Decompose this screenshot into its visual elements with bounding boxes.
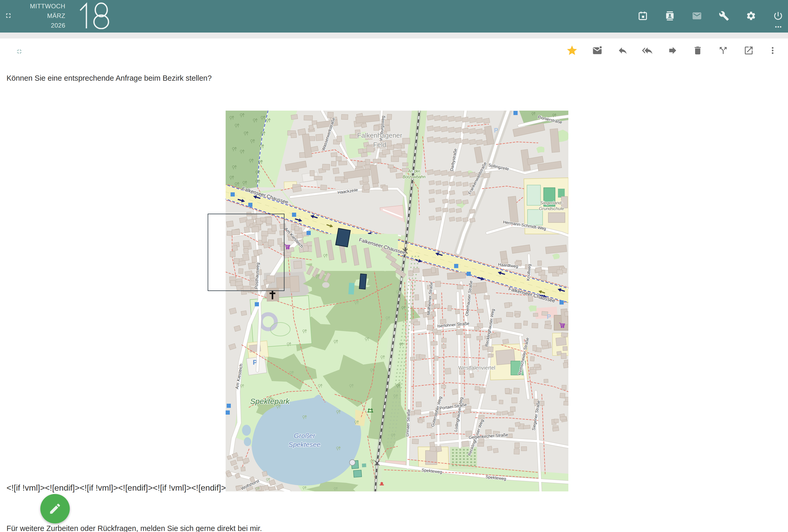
svg-text:An der: An der <box>408 169 420 173</box>
svg-text:Großer: Großer <box>294 432 316 439</box>
svg-text:Grundschule: Grundschule <box>539 206 564 211</box>
svg-text:Falkenhagener: Falkenhagener <box>357 132 402 139</box>
svg-text:Feld: Feld <box>373 141 387 149</box>
svg-text:Westfalenviertel: Westfalenviertel <box>458 365 495 371</box>
svg-text:P: P <box>494 127 498 134</box>
svg-text:Spektesee: Spektesee <box>289 441 321 449</box>
svg-text:Siegerland-: Siegerland- <box>540 200 563 205</box>
svg-text:Bötzowbahn: Bötzowbahn <box>402 175 426 179</box>
svg-text:Spektepark: Spektepark <box>250 397 290 406</box>
svg-text:P: P <box>547 313 551 320</box>
